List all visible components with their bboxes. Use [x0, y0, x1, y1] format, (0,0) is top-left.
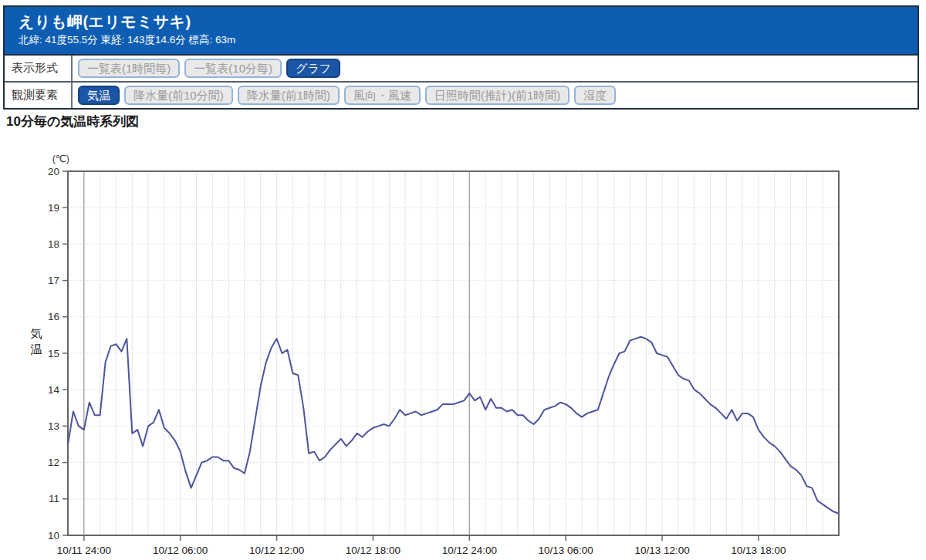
- station-panel: えりも岬(エリモミサキ) 北緯: 41度55.5分 東経: 143度14.6分 …: [3, 5, 919, 110]
- svg-text:気: 気: [30, 327, 42, 340]
- button-precipitation-1h[interactable]: 降水量(前1時間): [238, 86, 340, 105]
- button-hourly-table[interactable]: 一覧表(1時間毎): [78, 59, 180, 78]
- station-coordinates: 北緯: 41度55.5分 東経: 143度14.6分 標高: 63m: [19, 33, 910, 47]
- observation-element-label: 観測要素: [5, 83, 73, 108]
- svg-text:20: 20: [48, 166, 59, 177]
- button-temperature[interactable]: 気温: [78, 86, 120, 105]
- button-sunshine[interactable]: 日照時間(推計)(前1時間): [425, 86, 569, 105]
- svg-text:10/12 24:00: 10/12 24:00: [442, 545, 497, 556]
- svg-text:14: 14: [48, 384, 60, 396]
- button-10min-table[interactable]: 一覧表(10分毎): [184, 59, 282, 78]
- button-graph[interactable]: グラフ: [286, 59, 340, 78]
- station-header: えりも岬(エリモミサキ) 北緯: 41度55.5分 東経: 143度14.6分 …: [5, 7, 918, 56]
- x-axis: 10/11 24:0010/12 06:0010/12 12:0010/12 1…: [57, 535, 786, 556]
- temperature-time-series-chart: 101112131415161718192010/11 24:0010/12 0…: [0, 147, 926, 560]
- svg-text:10: 10: [48, 530, 59, 541]
- svg-text:10/13 06:00: 10/13 06:00: [539, 545, 593, 556]
- svg-text:15: 15: [48, 348, 59, 359]
- chart-title: 10分毎の気温時系列図: [6, 113, 139, 130]
- svg-text:11: 11: [49, 493, 59, 504]
- display-format-buttons: 一覧表(1時間毎)一覧表(10分毎)グラフ: [73, 56, 340, 81]
- svg-text:10/13 12:00: 10/13 12:00: [634, 545, 689, 556]
- svg-text:10/12 18:00: 10/12 18:00: [346, 545, 400, 556]
- svg-text:10/13 18:00: 10/13 18:00: [731, 545, 786, 556]
- y-axis: 1011121314151617181920: [48, 166, 68, 541]
- svg-text:温: 温: [30, 342, 42, 356]
- station-title: えりも岬(エリモミサキ): [19, 13, 910, 31]
- chart-svg: 101112131415161718192010/11 24:0010/12 0…: [0, 147, 926, 560]
- observation-element-row: 観測要素 気温降水量(前10分間)降水量(前1時間)風向・風速日照時間(推計)(…: [5, 81, 918, 108]
- svg-text:10/12 12:00: 10/12 12:00: [249, 545, 304, 556]
- button-wind[interactable]: 風向・風速: [344, 86, 421, 105]
- svg-text:17: 17: [48, 275, 59, 286]
- svg-text:10/11 24:00: 10/11 24:00: [57, 545, 111, 556]
- display-format-label: 表示形式: [5, 56, 73, 81]
- button-humidity[interactable]: 湿度: [574, 86, 616, 105]
- svg-text:12: 12: [48, 457, 59, 468]
- svg-text:10/12 06:00: 10/12 06:00: [153, 545, 208, 556]
- svg-text:16: 16: [48, 311, 59, 322]
- display-format-row: 表示形式 一覧表(1時間毎)一覧表(10分毎)グラフ: [5, 56, 918, 81]
- observation-element-buttons: 気温降水量(前10分間)降水量(前1時間)風向・風速日照時間(推計)(前1時間)…: [73, 83, 616, 108]
- svg-text:13: 13: [48, 420, 59, 432]
- y-axis-title: 気温: [30, 327, 42, 356]
- button-precipitation-10min[interactable]: 降水量(前10分間): [124, 86, 233, 105]
- y-unit-label: (℃): [52, 153, 69, 164]
- svg-text:19: 19: [48, 202, 59, 214]
- svg-text:18: 18: [48, 238, 59, 250]
